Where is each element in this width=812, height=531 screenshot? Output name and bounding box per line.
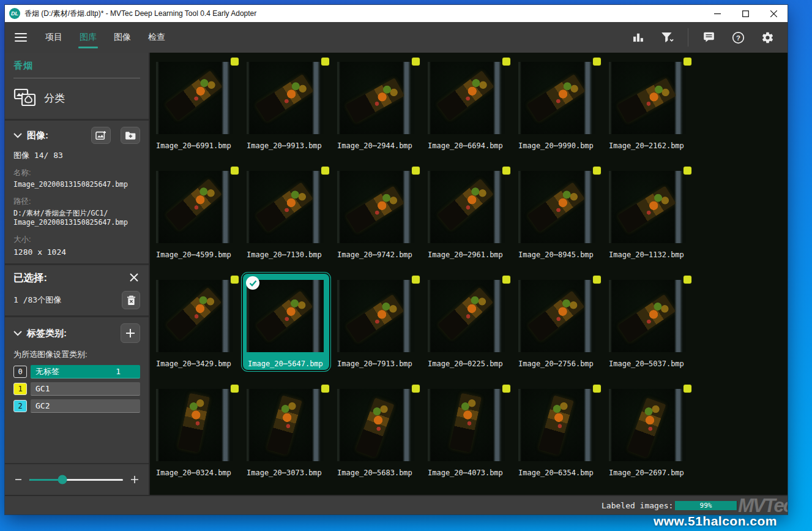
zoom-slider-thumb[interactable] (58, 475, 67, 484)
gallery-thumbnail[interactable]: Image_20⋯7130.bmp (247, 167, 332, 276)
gallery-thumbnail[interactable]: Image_20⋯2162.bmp (609, 58, 695, 167)
gallery-thumbnail[interactable]: Image_20⋯2961.bmp (428, 167, 513, 276)
gallery-thumbnail[interactable]: Image_20⋯5037.bmp (609, 276, 695, 385)
help-button[interactable]: ? (726, 26, 750, 48)
gallery-thumbnail[interactable]: Image_20⋯3429.bmp (156, 276, 242, 385)
gallery-thumbnail[interactable]: Image_20⋯0225.bmp (428, 276, 513, 385)
gallery-thumbnail[interactable]: Image_20⋯4073.bmp (428, 385, 513, 494)
project-name: 香烟 (5, 53, 149, 78)
close-button[interactable] (759, 5, 788, 22)
gallery-thumbnail[interactable]: Image_20⋯0324.bmp (156, 385, 242, 494)
thumbnail-checkbox[interactable] (593, 58, 601, 66)
gallery-thumbnail[interactable]: Image_20⋯3073.bmp (247, 385, 332, 494)
thumbnail-filename: Image_20⋯3073.bmp (247, 469, 322, 477)
gallery-thumbnail[interactable]: Image_20⋯5647.bmp (247, 276, 332, 385)
thumbnail-checkbox[interactable] (502, 167, 510, 175)
gallery-thumbnail[interactable]: Image_20⋯1132.bmp (609, 167, 695, 276)
thumbnail-checkbox[interactable] (593, 385, 601, 393)
statistics-button[interactable] (627, 26, 650, 48)
gallery-thumbnail[interactable]: Image_20⋯2697.bmp (609, 385, 695, 494)
cigarette-box-object (346, 78, 405, 123)
cigarette-box-object (450, 393, 482, 452)
histogram-icon (632, 31, 644, 43)
gallery-thumbnail[interactable]: Image_20⋯2944.bmp (337, 58, 423, 167)
add-folder-button[interactable] (121, 127, 140, 144)
thumbnail-checkbox[interactable] (231, 167, 239, 175)
nav-tab-project[interactable]: 项目 (37, 22, 71, 53)
thumbnail-checkbox[interactable] (683, 276, 691, 284)
gallery-thumbnail[interactable]: Image_20⋯9742.bmp (337, 167, 423, 276)
delete-selected-button[interactable] (122, 291, 140, 309)
labeled-progress-fill: 99% (675, 501, 737, 510)
settings-button[interactable] (756, 26, 779, 48)
thumbnail-image (518, 62, 595, 134)
gallery-thumbnail[interactable]: Image_20⋯9913.bmp (247, 58, 332, 167)
thumbnail-checkbox[interactable] (231, 58, 239, 66)
chevron-down-icon[interactable] (13, 133, 22, 138)
gallery-thumbnail[interactable]: Image_20⋯6694.bmp (428, 58, 513, 167)
labeled-images-label: Labeled images: (602, 501, 673, 510)
gallery-thumbnail[interactable]: Image_20⋯4599.bmp (156, 167, 242, 276)
zoom-slider-track[interactable] (29, 479, 123, 481)
gallery-thumbnail[interactable]: Image_20⋯5683.bmp (337, 385, 423, 494)
comment-icon (702, 31, 715, 43)
nav-tab-gallery[interactable]: 图库 (71, 22, 105, 53)
chevron-down-icon[interactable] (13, 331, 22, 336)
cigarette-box-object (166, 178, 222, 230)
label-row-gc1[interactable]: 1 GC1 (13, 382, 140, 396)
thumbnail-checkbox[interactable] (502, 385, 510, 393)
feedback-button[interactable] (697, 26, 720, 48)
menu-button[interactable] (5, 22, 37, 53)
gallery-thumbnail[interactable]: Image_20⋯6354.bmp (518, 385, 604, 494)
label-key-badge: 2 (13, 400, 27, 412)
thumbnail-checkbox[interactable] (683, 385, 691, 393)
thumbnail-checkbox[interactable] (683, 167, 691, 175)
thumbnail-checkbox[interactable] (412, 167, 420, 175)
zoom-in-button[interactable] (130, 475, 139, 484)
thumbnail-image (247, 62, 324, 134)
thumbnail-checkbox[interactable] (683, 58, 691, 66)
nav-tab-image[interactable]: 图像 (105, 22, 140, 53)
thumbnail-filename: Image_20⋯5037.bmp (609, 360, 684, 368)
mvtec-logo: MVTec (738, 495, 788, 514)
label-key-badge: 1 (13, 383, 27, 395)
thumbnail-checkbox[interactable] (593, 276, 601, 284)
label-key-badge: 0 (13, 366, 27, 378)
images-section: 图像: (5, 121, 149, 263)
gallery-thumbnail[interactable]: Image_20⋯9990.bmp (518, 58, 604, 167)
thumbnail-checkbox[interactable] (412, 276, 420, 284)
thumbnail-checkbox[interactable] (231, 276, 239, 284)
gallery-thumbnail[interactable]: Image_20⋯7913.bmp (337, 276, 423, 385)
cigarette-box-object (527, 290, 584, 341)
thumbnail-checkbox[interactable] (502, 58, 510, 66)
thumbnail-filename: Image_20⋯4599.bmp (156, 250, 231, 259)
thumbnail-checkbox[interactable] (231, 385, 239, 393)
thumbnail-checkbox[interactable] (321, 167, 329, 175)
gallery-thumbnail[interactable]: Image_20⋯8945.bmp (518, 167, 604, 276)
filter-button[interactable] (656, 26, 679, 48)
thumbnail-checkbox[interactable] (321, 58, 329, 66)
add-images-button[interactable] (91, 127, 111, 144)
zoom-out-button[interactable] (15, 476, 22, 483)
labels-hint: 为所选图像设置类别: (13, 349, 140, 360)
gallery-thumbnail[interactable]: Image_20⋯2756.bmp (518, 276, 604, 385)
gallery-thumbnail[interactable]: Image_20⋯6991.bmp (156, 58, 242, 167)
cigarette-box-object (437, 70, 494, 121)
minimize-button[interactable] (703, 5, 731, 22)
maximize-button[interactable] (731, 5, 759, 22)
images-section-title: 图像: (27, 130, 48, 141)
thumbnail-filename: Image_20⋯2944.bmp (337, 141, 412, 150)
thumbnail-checkbox[interactable] (502, 276, 510, 284)
label-row-unlabeled[interactable]: 0 无标签 1 (13, 365, 140, 378)
label-row-gc2[interactable]: 2 GC2 (13, 399, 140, 413)
thumbnail-filename: Image_20⋯2162.bmp (609, 141, 684, 150)
nav-tab-inspect[interactable]: 检查 (140, 22, 174, 53)
thumbnail-filename: Image_20⋯2756.bmp (518, 360, 594, 368)
thumbnail-checkbox[interactable] (593, 167, 601, 175)
thumbnail-checkbox[interactable] (412, 385, 420, 393)
clear-selection-button[interactable] (128, 271, 140, 286)
thumbnail-checkbox[interactable] (412, 58, 420, 66)
add-label-button[interactable] (121, 323, 140, 343)
label-name: 无标签 (35, 366, 59, 377)
thumbnail-checkbox[interactable] (321, 385, 329, 393)
